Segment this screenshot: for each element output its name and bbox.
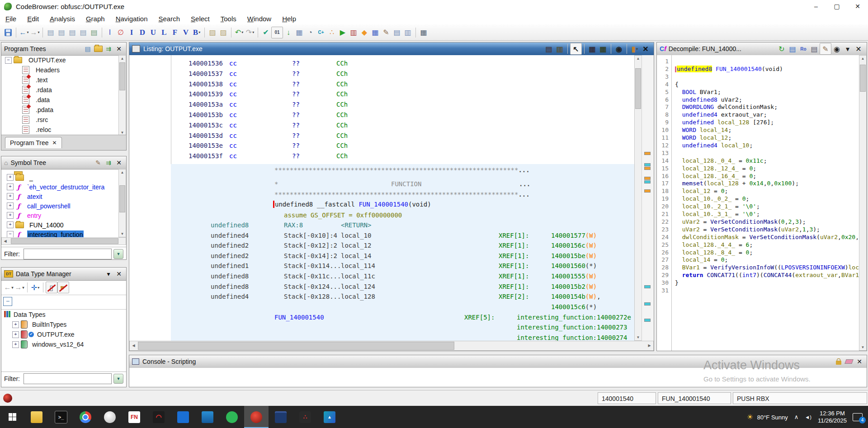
previous-type-button[interactable]: ←▾ xyxy=(3,282,14,293)
volume-icon[interactable]: ◄) xyxy=(802,414,815,420)
letter-l-button[interactable]: L xyxy=(159,27,170,38)
open-folder-icon[interactable] xyxy=(94,44,103,53)
symbol-item-entry[interactable]: +ƒentry xyxy=(1,211,118,220)
tree-item-rsrc[interactable]: .rsrc xyxy=(1,115,118,125)
clear-console-icon[interactable] xyxy=(844,357,854,366)
expander-icon[interactable]: + xyxy=(7,193,14,200)
expander-icon[interactable]: − xyxy=(7,231,14,237)
symbol-item-interesting_function[interactable]: −ƒinteresting_function xyxy=(1,230,118,237)
dtm-item-BuiltInTypes[interactable]: +BuiltInTypes xyxy=(1,320,126,329)
diamond-icon[interactable]: ◆ xyxy=(359,27,370,38)
menu-select[interactable]: Select xyxy=(185,14,215,24)
clear-color-icon[interactable]: ∅ xyxy=(115,27,126,38)
edit-icon[interactable]: ✎ xyxy=(820,43,831,55)
expander-icon[interactable]: + xyxy=(7,202,14,209)
tab-program-tree[interactable]: Program Tree ✕ xyxy=(5,137,62,148)
collapse-icon[interactable]: − xyxy=(5,57,12,64)
next-type-button[interactable]: →▾ xyxy=(14,282,25,293)
navigation-marker[interactable] xyxy=(644,167,651,170)
hide-nonfunction-icon[interactable]: ▯ xyxy=(46,282,57,293)
window-paste-icon[interactable]: ▥ xyxy=(402,27,413,38)
snapshot-camera-icon[interactable]: ◉ xyxy=(831,43,842,54)
memory-edit-icon[interactable]: ✎ xyxy=(381,27,392,38)
program-tree-scrollbar[interactable]: ▲▼ xyxy=(118,55,126,136)
refresh-icon[interactable]: ↻ xyxy=(776,43,787,54)
navigation-marker[interactable] xyxy=(644,302,651,306)
menu-search[interactable]: Search xyxy=(153,14,186,24)
redo-button[interactable]: ↷▾ xyxy=(245,27,255,38)
start-button[interactable] xyxy=(0,406,24,428)
menu-file[interactable]: File xyxy=(0,14,22,24)
letter-d-button[interactable]: D xyxy=(137,27,148,38)
tray-chevron-icon[interactable]: ∧ xyxy=(791,414,802,420)
expander-icon[interactable]: + xyxy=(7,174,14,181)
save-button[interactable] xyxy=(3,27,14,38)
close-icon[interactable]: ✕ xyxy=(853,43,864,54)
listing-hscrollbar[interactable]: ◀ ▶ xyxy=(129,341,654,351)
expander-icon[interactable]: + xyxy=(7,221,14,228)
letter-u-button[interactable]: U xyxy=(148,27,159,38)
new-tree-icon[interactable]: ▤ xyxy=(83,44,92,53)
symbol-tree-vscrollbar[interactable]: ▲▼ xyxy=(118,169,126,237)
book-icon[interactable]: ▥ xyxy=(348,27,359,38)
navigate-forward-button[interactable]: →▾ xyxy=(29,27,40,38)
navigation-marker[interactable] xyxy=(644,163,651,166)
hide-pointer-icon[interactable]: ☛ xyxy=(57,282,69,293)
symbol-item-FUN_14000[interactable]: +FUN_14000 xyxy=(1,220,118,230)
clock-icon[interactable]: ◔ xyxy=(305,27,316,38)
tree-item-data[interactable]: .data xyxy=(1,95,118,105)
letter-f-button[interactable]: F xyxy=(170,27,180,38)
letter-b-button[interactable]: B▾ xyxy=(191,27,202,38)
navigation-marker[interactable] xyxy=(644,285,651,288)
paste-special-icon[interactable]: ▤ xyxy=(89,27,99,38)
scroll-lock-icon[interactable] xyxy=(834,357,843,366)
cursor-arrow-icon[interactable]: ↖ xyxy=(570,43,582,55)
export-icon[interactable]: ↓ xyxy=(283,27,294,38)
green-app-icon[interactable] xyxy=(220,406,244,428)
weather-widget[interactable]: ☀ 80°F Sunny xyxy=(744,413,791,421)
edit-icon[interactable]: ✎ xyxy=(94,158,103,167)
copy-special-icon-1[interactable]: ▤ xyxy=(45,27,56,38)
collapse-all-icon[interactable]: − xyxy=(3,297,12,306)
expand-tree-icon[interactable]: ⇉ xyxy=(104,158,113,167)
tree-item-pdata[interactable]: .pdata xyxy=(1,105,118,115)
swoosh-app-icon[interactable]: ◠ xyxy=(146,406,171,428)
clock-widget[interactable]: 12:36 PM 11/26/2025 xyxy=(815,410,850,424)
symbol-item-atexit[interactable]: +ƒatexit xyxy=(1,192,118,201)
tree-item-text[interactable]: .text xyxy=(1,75,118,85)
window-copy-icon[interactable]: ▤ xyxy=(392,27,402,38)
memory-chip-icon[interactable]: ▦ xyxy=(418,27,429,38)
menu-analysis[interactable]: Analysis xyxy=(44,14,80,24)
navigation-marker[interactable] xyxy=(644,152,651,155)
mail-app-icon[interactable] xyxy=(195,406,220,428)
dtm-filter-input[interactable] xyxy=(24,373,112,384)
grid-icon[interactable]: ▦ xyxy=(370,27,381,38)
snapshot-camera-icon[interactable]: ◉ xyxy=(613,43,624,54)
menu-edit[interactable]: Edit xyxy=(22,14,44,24)
listing-marker-lane[interactable] xyxy=(642,55,654,341)
table-view-icon[interactable]: ▦ xyxy=(294,27,305,38)
c-plus-icon[interactable]: C+ xyxy=(316,27,326,38)
filter-options-icon[interactable]: ▼ xyxy=(113,374,123,384)
dtm-item-OUTPUTexe[interactable]: +✔OUTPUT.exe xyxy=(1,329,126,339)
letter-v-button[interactable]: V xyxy=(180,27,191,38)
run-script-icon[interactable]: ▶ xyxy=(337,27,348,38)
expander-icon[interactable]: + xyxy=(12,331,19,338)
margin-format-icon[interactable]: ▮▾ xyxy=(629,43,640,54)
blue-app-icon[interactable] xyxy=(171,406,195,428)
expander-icon[interactable]: + xyxy=(12,321,19,328)
add-type-icon[interactable]: ✛▾ xyxy=(30,282,41,293)
dropdown-icon[interactable]: ▾ xyxy=(842,43,853,54)
paste-icon[interactable]: ▥ xyxy=(554,43,565,54)
navigation-marker[interactable] xyxy=(644,180,651,183)
listing-vscrollbar[interactable]: ▲▼ xyxy=(634,55,642,341)
file-explorer-icon[interactable] xyxy=(24,406,49,428)
tree-item-reloc[interactable]: .reloc xyxy=(1,125,118,135)
navigation-marker[interactable] xyxy=(644,189,651,193)
chrome-icon[interactable] xyxy=(73,406,98,428)
dual-listing-icon[interactable]: ▦ xyxy=(587,43,598,54)
decompiler-vscrollbar[interactable]: ▲▼ xyxy=(859,55,867,351)
symbol-item-_[interactable]: +_ xyxy=(1,173,118,182)
menu-navigation[interactable]: Navigation xyxy=(110,14,153,24)
copy-special-icon-3[interactable]: ▤ xyxy=(67,27,78,38)
